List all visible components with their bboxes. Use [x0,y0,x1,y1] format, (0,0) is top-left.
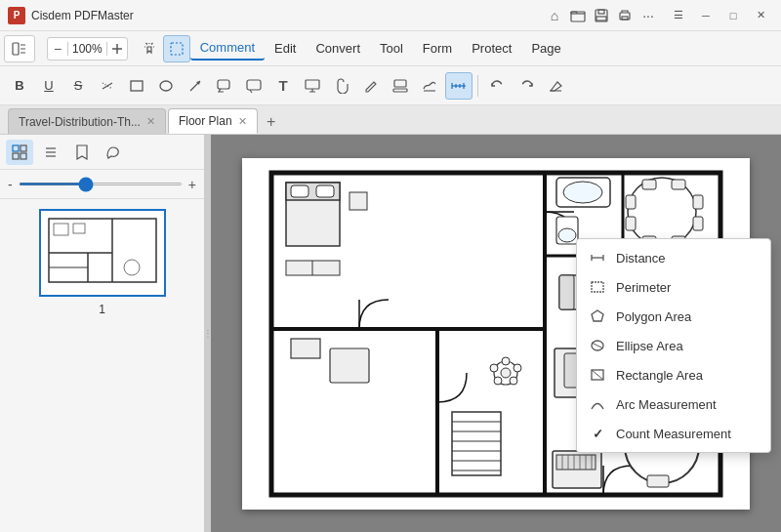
tab-travel-label: Travel-Distribution-Th... [19,115,141,129]
svg-rect-14 [394,80,406,87]
sidebar-toggle-button[interactable] [4,35,35,62]
polygon-area-menu-item[interactable]: Polygon Area [577,302,770,331]
title-icons: ⌂ ··· [547,8,656,23]
svg-rect-7 [171,43,183,55]
window-controls: ☰ ─ □ ✕ [666,6,773,25]
clip-button[interactable] [328,72,355,100]
count-measurement-menu-item[interactable]: ✓ Count Measurement [577,419,770,448]
rectangle-button[interactable] [123,72,150,100]
menu-bar: − 100% Comment Edit Convert Tool Form Pr… [0,31,781,66]
ellipse-area-label: Ellipse Area [616,339,759,353]
undo-button[interactable] [483,72,511,100]
text-button[interactable]: T [269,72,297,100]
title-bar: P Cisdem PDFMaster ⌂ ··· ☰ ─ □ ✕ [0,0,781,31]
svg-rect-51 [642,180,656,189]
sidebar-list-button[interactable] [37,140,64,165]
svg-point-71 [490,364,498,372]
svg-marker-108 [592,310,603,321]
tab-floor-plan[interactable]: Floor Plan ✕ [168,108,258,134]
toolbar: B U S T [0,66,781,105]
menu-edit[interactable]: Edit [265,37,306,60]
ellipse-area-icon [589,337,606,354]
distance-menu-item[interactable]: Distance [577,243,770,272]
menu-protect[interactable]: Protect [462,37,521,60]
document-area: Distance Perimeter Polygon Area [211,135,781,532]
pencil-button[interactable] [357,72,385,100]
app-icon: P [8,7,25,24]
monitor-button[interactable] [299,72,326,100]
svg-rect-54 [693,217,703,230]
sidebar-thumbnail-button[interactable] [6,140,33,165]
tab-travel[interactable]: Travel-Distribution-Th... ✕ [8,108,166,134]
menu-convert[interactable]: Convert [306,37,370,60]
pan-tool-button[interactable] [136,35,163,62]
callout-button[interactable] [211,72,238,100]
svg-point-68 [514,364,521,372]
svg-point-9 [160,81,172,91]
more-icon[interactable]: ··· [640,8,656,23]
menu-comment[interactable]: Comment [190,36,265,61]
zoom-value[interactable]: 100% [67,42,107,56]
zoom-out-button[interactable]: − [48,38,67,60]
arc-measurement-label: Arc Measurement [616,397,759,412]
home-icon[interactable]: ⌂ [547,8,562,23]
chat-bubble-button[interactable] [240,72,267,100]
svg-line-110 [592,343,603,348]
minimize-button[interactable]: ─ [693,6,719,25]
tab-travel-close[interactable]: ✕ [146,115,155,128]
arrow-button[interactable] [182,72,209,100]
slider-minus-button[interactable]: - [8,177,13,192]
perimeter-label: Perimeter [616,280,759,295]
tabs-bar: Travel-Distribution-Th... ✕ Floor Plan ✕… [0,105,781,135]
save-icon[interactable] [594,8,609,23]
print-icon[interactable] [617,8,633,23]
perimeter-menu-item[interactable]: Perimeter [577,272,770,302]
menu-form[interactable]: Form [413,37,462,60]
selection-tool-button[interactable] [163,35,190,62]
svg-point-60 [563,182,602,203]
hamburger-button[interactable]: ☰ [666,6,691,25]
svg-rect-2 [598,10,604,14]
zoom-slider[interactable] [19,183,183,185]
measure-button[interactable] [445,72,473,100]
redo-button[interactable] [513,72,540,100]
svg-line-112 [592,370,603,380]
arc-measurement-menu-item[interactable]: Arc Measurement [577,389,770,419]
svg-point-62 [558,228,576,242]
add-tab-button[interactable]: + [260,110,283,134]
svg-rect-20 [13,153,19,159]
rectangle-area-menu-item[interactable]: Rectangle Area [577,360,770,389]
menu-tool[interactable]: Tool [370,37,413,60]
zoom-control: − 100% [47,37,128,61]
svg-rect-55 [626,195,636,209]
bold-button[interactable]: B [6,72,33,100]
toolbar-separator-1 [477,75,478,97]
slider-plus-button[interactable]: + [188,177,196,192]
zoom-in-button[interactable] [107,38,127,60]
menu-page[interactable]: Page [521,37,570,60]
svg-rect-45 [291,185,308,197]
sidebar-toolbar [0,135,204,170]
polygon-area-icon [589,307,606,325]
sign-button[interactable] [416,72,443,100]
sidebar-comment-button[interactable] [100,140,127,165]
ellipse-area-menu-item[interactable]: Ellipse Area [577,331,770,360]
tab-floor-plan-close[interactable]: ✕ [238,115,247,128]
eraser-button[interactable] [542,72,569,100]
close-button[interactable]: ✕ [748,6,773,25]
svg-rect-25 [49,219,156,282]
sidebar-bookmark-button[interactable] [68,140,96,165]
maximize-button[interactable]: □ [720,6,746,25]
page-thumbnail[interactable] [39,209,166,297]
svg-rect-3 [596,17,606,20]
stamp-button[interactable] [387,72,414,100]
svg-rect-13 [306,80,319,89]
ellipse-button[interactable] [152,72,180,100]
underline-button[interactable]: U [35,72,62,100]
distance-icon [589,249,606,266]
folder-icon[interactable] [570,8,586,23]
strikethrough-button[interactable]: S [64,72,92,100]
strikethrough2-button[interactable] [94,72,121,100]
count-measurement-check: ✓ [589,427,606,441]
rectangle-area-icon [589,366,606,384]
